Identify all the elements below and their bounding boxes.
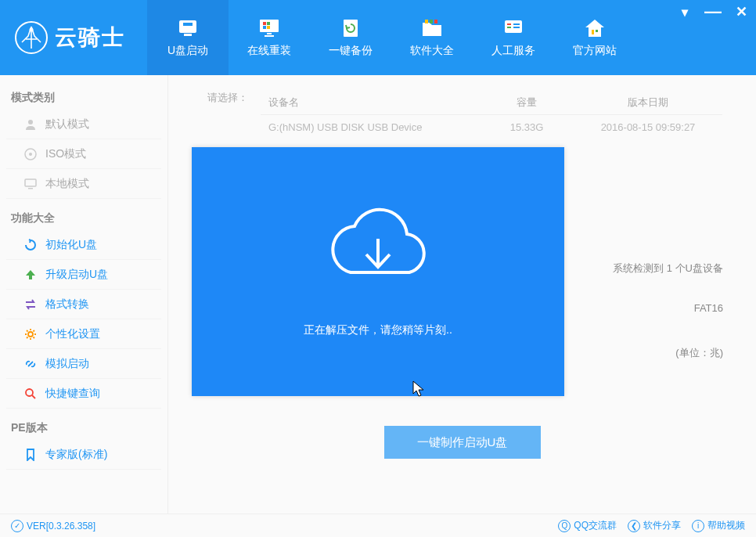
info-detected: 系统检测到 1 个U盘设备	[613, 261, 723, 276]
section-tools-title: 功能大全	[0, 207, 167, 230]
sidebar-item-label: 专家版(标准)	[45, 448, 107, 462]
svg-rect-3	[183, 23, 193, 26]
sidebar-item-local-mode[interactable]: 本地模式	[6, 169, 161, 199]
app-window: 云骑士 U盘启动 在线重装 一键备份 软件大全 人工服务	[0, 0, 756, 537]
nav-label: 在线重装	[247, 44, 291, 58]
svg-rect-18	[507, 27, 511, 28]
sidebar-item-default-mode[interactable]: 默认模式	[6, 110, 161, 139]
svg-point-23	[28, 120, 33, 124]
support-icon	[501, 17, 526, 39]
svg-rect-4	[184, 34, 192, 36]
link-icon	[23, 357, 38, 371]
version-label: ✓ VER[0.3.26.358]	[11, 520, 95, 532]
svg-rect-27	[28, 188, 33, 189]
dropdown-control[interactable]: ▾	[676, 3, 693, 20]
nav-software[interactable]: 软件大全	[391, 0, 473, 75]
share-link[interactable]: ❮ 软件分享	[628, 519, 681, 532]
svg-rect-7	[267, 22, 270, 25]
col-capacity: 容量	[480, 91, 574, 115]
svg-point-28	[28, 332, 33, 337]
bookmark-icon	[23, 448, 38, 462]
monitor-small-icon	[23, 177, 38, 191]
svg-rect-14	[430, 20, 433, 23]
help-link[interactable]: i 帮助视频	[692, 519, 745, 532]
disc-icon	[23, 147, 38, 161]
usb-icon	[175, 17, 200, 39]
svg-point-1	[30, 28, 34, 32]
swap-icon	[23, 297, 38, 312]
nav-label: 人工服务	[491, 44, 535, 58]
knight-logo-icon	[14, 20, 49, 55]
select-prompt: 请选择：	[190, 91, 261, 115]
svg-rect-15	[434, 20, 437, 23]
sidebar-item-upgrade-usb[interactable]: 升级启动U盘	[6, 260, 161, 290]
qq-icon: Q	[558, 520, 571, 532]
col-date: 版本日期	[574, 91, 722, 115]
svg-rect-13	[425, 20, 428, 23]
cell-device: G:(hNSM) USB DISK USB Device	[261, 115, 480, 139]
home-icon	[582, 17, 607, 39]
app-logo: 云骑士	[0, 20, 139, 55]
nav-label: U盘启动	[167, 44, 208, 58]
minimize-button[interactable]: —	[704, 3, 722, 20]
sidebar-item-label: 本地模式	[45, 177, 89, 191]
create-boot-usb-button[interactable]: 一键制作启动U盘	[384, 426, 541, 459]
sidebar-item-hotkey[interactable]: 快捷键查询	[6, 379, 161, 409]
section-mode-title: 模式类别	[0, 86, 167, 110]
nav-online-reinstall[interactable]: 在线重装	[229, 0, 310, 75]
info-icon: i	[692, 520, 704, 532]
col-device: 设备名	[261, 91, 480, 115]
modal-message: 正在解压文件，请您稍等片刻..	[304, 323, 452, 337]
sidebar-item-customize[interactable]: 个性化设置	[6, 319, 161, 349]
svg-rect-2	[179, 20, 196, 33]
sidebar-item-label: 升级启动U盘	[45, 268, 108, 282]
sidebar-item-init-usb[interactable]: 初始化U盘	[6, 230, 161, 260]
sidebar-item-label: 默认模式	[45, 117, 89, 132]
logo-text: 云骑士	[55, 23, 125, 52]
nav-label: 官方网站	[573, 44, 617, 58]
nav-label: 软件大全	[410, 44, 454, 58]
sidebar-item-label: ISO模式	[45, 147, 86, 161]
svg-rect-6	[263, 22, 266, 25]
cloud-download-icon	[319, 206, 437, 292]
device-row[interactable]: G:(hNSM) USB DISK USB Device 15.33G 2016…	[190, 115, 734, 139]
refresh-icon	[23, 238, 38, 252]
sidebar-item-format[interactable]: 格式转换	[6, 290, 161, 319]
svg-line-30	[32, 395, 35, 398]
monitor-icon	[257, 17, 282, 39]
svg-rect-17	[507, 23, 511, 25]
sidebar-item-label: 模拟启动	[45, 357, 89, 371]
svg-rect-22	[596, 30, 598, 32]
nav-label: 一键备份	[329, 44, 373, 58]
svg-rect-8	[263, 26, 266, 29]
device-table-header: 请选择： 设备名 容量 版本日期	[190, 91, 734, 115]
sidebar-item-expert[interactable]: 专家版(标准)	[6, 440, 161, 470]
share-icon: ❮	[628, 520, 640, 532]
svg-rect-20	[513, 27, 520, 28]
check-icon: ✓	[11, 520, 23, 532]
cell-date: 2016-08-15 09:59:27	[574, 115, 722, 139]
svg-rect-12	[344, 20, 358, 37]
sidebar-item-label: 快捷键查询	[45, 387, 100, 401]
nav-backup[interactable]: 一键备份	[310, 0, 391, 75]
window-controls: ▾ — ✕	[676, 3, 750, 20]
sidebar-item-label: 初始化U盘	[45, 238, 97, 252]
footer: ✓ VER[0.3.26.358] Q QQ交流群 ❮ 软件分享 i 帮助视频	[0, 514, 756, 537]
nav-website[interactable]: 官方网站	[554, 0, 635, 75]
nav-support[interactable]: 人工服务	[473, 0, 554, 75]
sidebar-item-iso-mode[interactable]: ISO模式	[6, 139, 161, 169]
cell-capacity: 15.33G	[480, 115, 574, 139]
svg-rect-11	[265, 35, 274, 37]
close-button[interactable]: ✕	[733, 3, 750, 20]
sidebar-item-label: 个性化设置	[45, 327, 100, 341]
qq-link[interactable]: Q QQ交流群	[558, 519, 617, 532]
section-pe-title: PE版本	[0, 416, 167, 440]
gear-icon	[23, 327, 38, 341]
svg-rect-26	[25, 179, 36, 186]
svg-point-29	[26, 389, 33, 396]
sidebar-item-simulate[interactable]: 模拟启动	[6, 349, 161, 379]
svg-rect-10	[267, 33, 272, 34]
nav-usb-boot[interactable]: U盘启动	[147, 0, 229, 75]
svg-rect-9	[267, 26, 270, 29]
svg-point-25	[29, 153, 32, 156]
